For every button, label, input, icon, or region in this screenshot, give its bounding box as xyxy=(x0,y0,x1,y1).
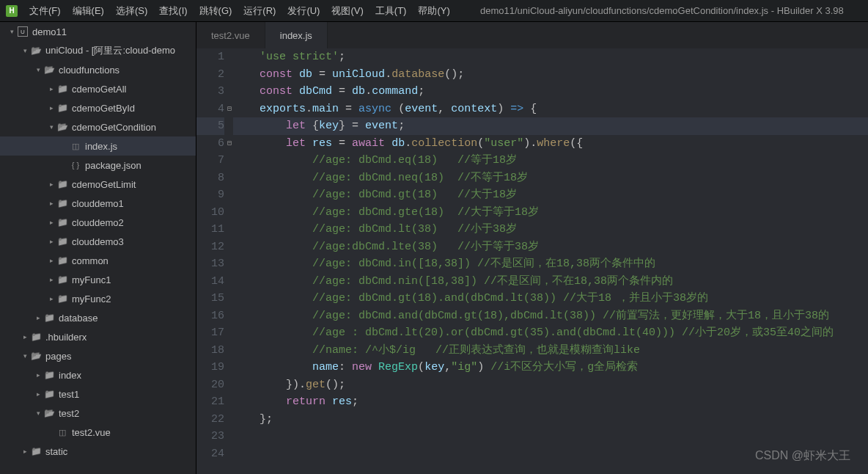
tree-label: .hbuilderx xyxy=(45,332,87,343)
chevron-right-icon[interactable]: ▸ xyxy=(47,200,56,207)
code-line-11[interactable]: //age: dbCmd.lt(38) //小于38岁 xyxy=(233,221,868,238)
chevron-right-icon[interactable]: ▸ xyxy=(21,448,29,455)
chevron-down-icon[interactable]: ▾ xyxy=(34,409,43,417)
code-line-2[interactable]: const db = uniCloud.database(); xyxy=(233,66,868,84)
tree-label: clouddemo3 xyxy=(72,236,124,247)
folder-open-icon xyxy=(56,122,69,132)
chevron-right-icon[interactable]: ▸ xyxy=(47,295,56,302)
tree-item-pages[interactable]: ▾pages xyxy=(0,346,196,365)
menu-item-0[interactable]: 文件(F) xyxy=(29,4,61,18)
tree-label: cdemoGetLimit xyxy=(72,179,136,190)
menu-item-3[interactable]: 查找(I) xyxy=(159,4,187,18)
chevron-down-icon[interactable]: ▾ xyxy=(47,123,56,131)
tree-item-myFunc2[interactable]: ▸myFunc2 xyxy=(0,289,196,308)
folder-open-icon xyxy=(43,408,56,418)
folder-icon xyxy=(56,198,69,208)
chevron-down-icon[interactable]: ▾ xyxy=(21,352,29,360)
tree-item-test2.vue[interactable]: ◫test2.vue xyxy=(0,423,196,442)
menu-item-6[interactable]: 发行(U) xyxy=(287,4,320,18)
code-line-9[interactable]: //age: dbCmd.gt(18) //大于18岁 xyxy=(233,186,868,204)
chevron-down-icon[interactable]: ▾ xyxy=(34,66,43,73)
code-content[interactable]: 'use strict'; const db = uniCloud.databa… xyxy=(233,48,868,474)
chevron-right-icon[interactable]: ▸ xyxy=(34,314,43,321)
tree-item-test1[interactable]: ▸test1 xyxy=(0,384,196,404)
chevron-down-icon[interactable]: ▾ xyxy=(7,28,16,35)
file-explorer[interactable]: ▾Udemo11▾uniCloud - [阿里云:cloud-demo▾clou… xyxy=(0,22,196,474)
tree-item-static[interactable]: ▸static xyxy=(0,442,196,461)
tree-item-common[interactable]: ▸common xyxy=(0,251,196,270)
code-line-4[interactable]: exports.main = async (event, context) =>… xyxy=(233,101,868,118)
code-line-3[interactable]: const dbCmd = db.command; xyxy=(233,83,868,101)
tree-item-cdemoGetLimit[interactable]: ▸cdemoGetLimit xyxy=(0,175,196,194)
chevron-right-icon[interactable]: ▸ xyxy=(47,104,56,112)
file-icon: ◫ xyxy=(56,428,69,437)
menu-item-4[interactable]: 跳转(G) xyxy=(199,4,232,18)
chevron-right-icon[interactable]: ▸ xyxy=(47,181,56,188)
tree-item-cdemoGetCondition[interactable]: ▾cdemoGetCondition xyxy=(0,117,196,136)
chevron-right-icon[interactable]: ▸ xyxy=(21,333,29,340)
chevron-right-icon[interactable]: ▸ xyxy=(47,219,56,226)
chevron-right-icon[interactable]: ▸ xyxy=(47,276,56,283)
folder-icon xyxy=(56,293,69,304)
code-line-8[interactable]: //age: dbCmd.neq(18) //不等于18岁 xyxy=(233,169,868,187)
tree-label: index.js xyxy=(85,141,117,152)
tree-label: common xyxy=(72,255,108,266)
code-line-18[interactable]: //name: /^小$/ig //正则表达式查询，也就是模糊查询like xyxy=(233,342,868,360)
fold-icon[interactable]: ⊟ xyxy=(227,101,232,118)
tree-item-database[interactable]: ▸database xyxy=(0,308,196,327)
code-line-13[interactable]: //age: dbCmd.in([18,38]) //不是区间，在18,38两个… xyxy=(233,255,868,273)
menu-item-1[interactable]: 编辑(E) xyxy=(73,4,104,18)
code-line-20[interactable]: }).get(); xyxy=(233,376,868,394)
tree-label: myFunc1 xyxy=(72,274,111,285)
chevron-right-icon[interactable]: ▸ xyxy=(34,390,43,398)
code-line-5[interactable]: let {key} = event; xyxy=(233,117,868,135)
code-line-12[interactable]: //age:dbCmd.lte(38) //小于等于38岁 xyxy=(233,238,868,256)
tree-item-cdemoGetById[interactable]: ▸cdemoGetById xyxy=(0,98,196,117)
tree-item-myFunc1[interactable]: ▸myFunc1 xyxy=(0,270,196,289)
code-line-17[interactable]: //age : dbCmd.lt(20).or(dbCmd.gt(35).and… xyxy=(233,324,868,342)
tree-item-index.js[interactable]: ◫index.js xyxy=(0,136,196,156)
tree-item-clouddemo2[interactable]: ▸clouddemo2 xyxy=(0,213,196,232)
folder-icon xyxy=(29,446,43,456)
code-line-1[interactable]: 'use strict'; xyxy=(233,48,868,66)
code-line-14[interactable]: //age: dbCmd.nin([18,38]) //不是区间，不在18,38… xyxy=(233,273,868,291)
tree-item-package.json[interactable]: { }package.json xyxy=(0,156,196,175)
fold-icon[interactable]: ⊟ xyxy=(227,135,232,153)
tree-label: uniCloud - [阿里云:cloud-demo xyxy=(45,44,175,57)
chevron-right-icon[interactable]: ▸ xyxy=(47,85,56,92)
code-line-19[interactable]: name: new RegExp(key,"ig") //i不区分大小写，g全局… xyxy=(233,359,868,376)
menu-item-7[interactable]: 视图(V) xyxy=(331,4,363,18)
code-line-7[interactable]: //age: dbCmd.eq(18) //等于18岁 xyxy=(233,152,868,169)
chevron-right-icon[interactable]: ▸ xyxy=(47,238,56,245)
menu-item-2[interactable]: 选择(S) xyxy=(116,4,147,18)
menu-item-8[interactable]: 工具(T) xyxy=(375,4,407,18)
tree-label: demo11 xyxy=(32,26,67,37)
code-line-15[interactable]: //age: dbCmd.gt(18).and(dbCmd.lt(38)) //… xyxy=(233,290,868,307)
tree-item-clouddemo1[interactable]: ▸clouddemo1 xyxy=(0,194,196,213)
tab-test2.vue[interactable]: test2.vue xyxy=(196,22,265,48)
menubar: H 文件(F)编辑(E)选择(S)查找(I)跳转(G)运行(R)发行(U)视图(… xyxy=(0,0,868,22)
window-title: demo11/uniCloud-aliyun/cloudfunctions/cd… xyxy=(462,5,862,16)
chevron-down-icon[interactable]: ▾ xyxy=(21,47,29,54)
code-editor[interactable]: 1234⊟56⊟78910111213141516171819202122232… xyxy=(196,48,868,474)
tree-item-uniCloud - [阿里云:cloud-demo[interactable]: ▾uniCloud - [阿里云:cloud-demo xyxy=(0,41,196,60)
tree-item-clouddemo3[interactable]: ▸clouddemo3 xyxy=(0,232,196,251)
code-line-22[interactable]: return res; xyxy=(233,393,868,411)
tree-item-.hbuilderx[interactable]: ▸.hbuilderx xyxy=(0,327,196,346)
menu-item-9[interactable]: 帮助(Y) xyxy=(418,4,449,18)
folder-open-icon xyxy=(43,65,56,75)
chevron-right-icon[interactable]: ▸ xyxy=(34,371,43,379)
chevron-right-icon[interactable]: ▸ xyxy=(47,257,56,264)
code-line-10[interactable]: //age: dbCmd.gte(18) //大于等于18岁 xyxy=(233,204,868,222)
code-line-23[interactable]: }; xyxy=(233,411,868,429)
code-line-6[interactable]: let res = await db.collection("user").wh… xyxy=(233,135,868,153)
tree-item-demo11[interactable]: ▾Udemo11 xyxy=(0,22,196,41)
project-icon: U xyxy=(16,26,29,37)
tree-item-test2[interactable]: ▾test2 xyxy=(0,404,196,423)
tab-index.js[interactable]: index.js xyxy=(265,22,328,48)
code-line-16[interactable]: //age: dbCmd.and(dbCmd.gt(18),dbCmd.lt(3… xyxy=(233,307,868,325)
tree-item-cloudfunctions[interactable]: ▾cloudfunctions xyxy=(0,60,196,79)
tree-item-index[interactable]: ▸index xyxy=(0,365,196,384)
tree-item-cdemoGetAll[interactable]: ▸cdemoGetAll xyxy=(0,79,196,98)
menu-item-5[interactable]: 运行(R) xyxy=(243,4,276,18)
